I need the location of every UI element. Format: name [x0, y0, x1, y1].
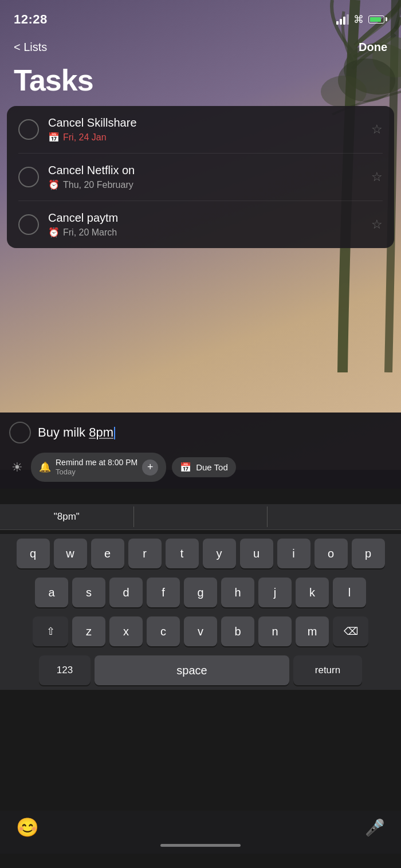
- status-time: 12:28: [14, 12, 48, 27]
- key-i[interactable]: i: [277, 539, 310, 568]
- remind-line1: Remind me at 8:00 PM: [56, 457, 137, 468]
- key-w[interactable]: w: [54, 539, 87, 568]
- key-space[interactable]: space: [95, 655, 289, 685]
- task-checkbox-3[interactable]: [18, 214, 39, 235]
- new-task-checkbox[interactable]: [9, 422, 31, 443]
- signal-icon: [336, 14, 349, 25]
- home-indicator-area: [0, 839, 401, 854]
- key-123[interactable]: 123: [39, 655, 91, 685]
- toolbar: ☀ 🔔 Remind me at 8:00 PM Today + 📅 Due T…: [9, 450, 392, 489]
- remind-text: Remind me at 8:00 PM Today: [56, 457, 137, 477]
- key-y[interactable]: y: [203, 539, 236, 568]
- task-content-2: Cancel Netflix on ⏰ Thu, 20 February: [48, 164, 362, 190]
- clock-icon-3: ⏰: [48, 227, 60, 238]
- task-content-1: Cancel Skillshare 📅 Fri, 24 Jan: [48, 116, 362, 143]
- key-t[interactable]: t: [166, 539, 199, 568]
- autocomplete-item-2[interactable]: [134, 510, 268, 524]
- key-q[interactable]: q: [17, 539, 50, 568]
- autocomplete-item-3[interactable]: [268, 510, 401, 524]
- remind-line2: Today: [56, 468, 137, 477]
- keyboard-row-3: ⇧ z x c v b n m ⌫: [0, 612, 401, 651]
- calendar-icon-1: 📅: [48, 132, 60, 143]
- input-row: Buy milk 8pm: [9, 422, 392, 443]
- text-cursor: [114, 427, 115, 439]
- task-date-1: 📅 Fri, 24 Jan: [48, 132, 362, 143]
- key-e[interactable]: e: [91, 539, 124, 568]
- status-bar: 12:28 ⌘: [0, 0, 401, 32]
- key-d[interactable]: d: [109, 578, 143, 607]
- remind-pill[interactable]: 🔔 Remind me at 8:00 PM Today +: [31, 453, 166, 482]
- key-j[interactable]: j: [258, 578, 292, 607]
- key-l[interactable]: l: [333, 578, 366, 607]
- task-date-2: ⏰ Thu, 20 February: [48, 179, 362, 190]
- key-m[interactable]: m: [296, 616, 329, 646]
- key-p[interactable]: p: [352, 539, 385, 568]
- screen: 12:28 ⌘ < Lists Done Tasks: [0, 0, 401, 868]
- task-input[interactable]: Buy milk 8pm: [38, 425, 115, 440]
- key-shift[interactable]: ⇧: [33, 616, 68, 646]
- key-o[interactable]: o: [314, 539, 348, 568]
- calendar-icon: 📅: [180, 462, 191, 473]
- key-h[interactable]: h: [221, 578, 254, 607]
- input-text-highlight: 8pm: [89, 425, 113, 439]
- key-backspace[interactable]: ⌫: [333, 616, 368, 646]
- brightness-icon[interactable]: ☀: [9, 458, 25, 477]
- star-icon-2[interactable]: ☆: [371, 170, 383, 184]
- task-checkbox-2[interactable]: [18, 167, 39, 187]
- task-title-3: Cancel paytm: [48, 211, 362, 225]
- back-button[interactable]: < Lists: [14, 41, 47, 54]
- task-title-1: Cancel Skillshare: [48, 116, 362, 129]
- done-button[interactable]: Done: [359, 41, 387, 54]
- add-reminder-button[interactable]: +: [142, 459, 158, 476]
- bell-icon: 🔔: [39, 461, 51, 473]
- key-u[interactable]: u: [240, 539, 273, 568]
- page-title: Tasks: [14, 63, 93, 97]
- table-row[interactable]: Cancel Skillshare 📅 Fri, 24 Jan ☆: [7, 106, 394, 153]
- key-a[interactable]: a: [35, 578, 68, 607]
- battery-icon: [368, 15, 387, 23]
- wifi-icon: ⌘: [353, 13, 364, 26]
- task-title-2: Cancel Netflix on: [48, 164, 362, 177]
- clock-icon-2: ⏰: [48, 179, 60, 190]
- keyboard-row-4: 123 space return: [0, 651, 401, 690]
- status-icons: ⌘: [336, 13, 387, 26]
- keyboard: q w e r t y u i o p a s d f g h j k l ⇧ …: [0, 534, 401, 690]
- key-x[interactable]: x: [109, 616, 143, 646]
- star-icon-3[interactable]: ☆: [371, 217, 383, 232]
- due-text: Due Tod: [196, 462, 228, 472]
- key-c[interactable]: c: [147, 616, 180, 646]
- key-n[interactable]: n: [258, 616, 292, 646]
- mic-icon[interactable]: 🎤: [365, 818, 385, 837]
- key-r[interactable]: r: [128, 539, 162, 568]
- tasks-card: Cancel Skillshare 📅 Fri, 24 Jan ☆ Cancel…: [7, 106, 394, 248]
- task-date-3: ⏰ Fri, 20 March: [48, 227, 362, 238]
- input-text-static: Buy milk: [38, 425, 89, 439]
- emoji-icon[interactable]: 😊: [16, 816, 39, 838]
- key-v[interactable]: v: [184, 616, 217, 646]
- autocomplete-bar: "8pm": [0, 504, 401, 530]
- key-return[interactable]: return: [293, 655, 362, 685]
- input-area: Buy milk 8pm ☀ 🔔 Remind me at 8:00 PM To…: [0, 413, 401, 489]
- home-bar: [160, 844, 241, 847]
- key-g[interactable]: g: [184, 578, 217, 607]
- key-b[interactable]: b: [221, 616, 254, 646]
- task-checkbox-1[interactable]: [18, 119, 39, 140]
- star-icon-1[interactable]: ☆: [371, 122, 383, 137]
- task-list: Cancel Skillshare 📅 Fri, 24 Jan ☆ Cancel…: [7, 106, 394, 248]
- task-content-3: Cancel paytm ⏰ Fri, 20 March: [48, 211, 362, 238]
- due-pill[interactable]: 📅 Due Tod: [172, 457, 236, 477]
- keyboard-row-2: a s d f g h j k l: [0, 573, 401, 612]
- keyboard-row-1: q w e r t y u i o p: [0, 534, 401, 573]
- key-f[interactable]: f: [147, 578, 180, 607]
- table-row[interactable]: Cancel Netflix on ⏰ Thu, 20 February ☆: [7, 154, 394, 201]
- key-s[interactable]: s: [72, 578, 105, 607]
- table-row[interactable]: Cancel paytm ⏰ Fri, 20 March ☆: [7, 201, 394, 248]
- nav-bar: < Lists Done: [0, 32, 401, 63]
- key-k[interactable]: k: [296, 578, 329, 607]
- autocomplete-item-1[interactable]: "8pm": [0, 504, 133, 529]
- key-z[interactable]: z: [72, 616, 105, 646]
